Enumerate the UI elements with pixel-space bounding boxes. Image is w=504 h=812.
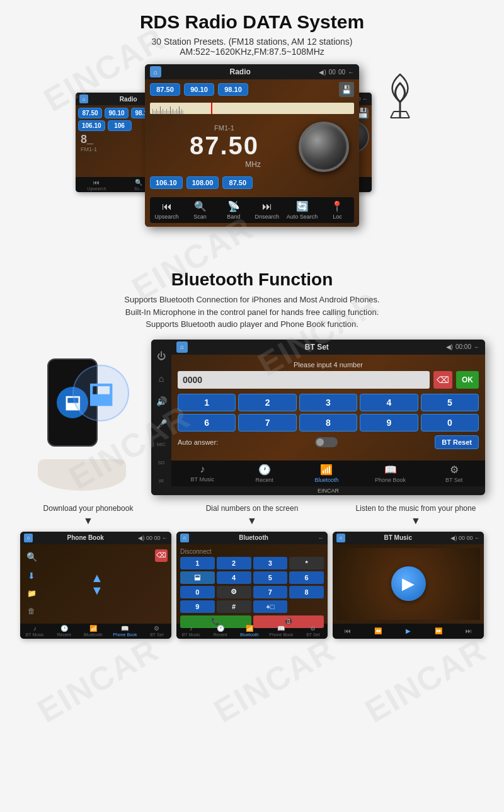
ctrl-dnsearch[interactable]: ⏭ Dnsearch [253,201,281,220]
bt-nav-music[interactable]: ♪ BT Music [188,464,216,483]
dial-1[interactable]: 1 [180,557,215,569]
bt-delete-btn[interactable]: ⌫ [433,371,452,389]
bt-ok-btn[interactable]: OK [456,371,479,389]
num-0[interactable]: 0 [421,414,479,432]
dial-numpad: 1 2 3 * ⬓ 4 5 6 0 ⚙ 7 8 9 # +□ [180,557,324,613]
num-8[interactable]: 8 [299,414,357,432]
dial-nav-set[interactable]: ⚙ BT Set [304,625,323,637]
dial-6[interactable]: 6 [289,571,324,584]
ctrl-scan[interactable]: 🔍 Scan [186,200,214,220]
pb-nav-recent[interactable]: 🕐 Recent [55,625,74,637]
play-btn[interactable]: ▶ [391,566,426,601]
auto-answer-toggle[interactable] [315,437,338,447]
mic-icon[interactable]: 🎤 [156,419,167,429]
num-4[interactable]: 4 [360,394,418,411]
num-3[interactable]: 3 [299,394,357,411]
auto-answer-label: Auto answer: [178,438,218,446]
radio-control-bar: ⏮ Upsearch 🔍 Scan 📡 Band ⏭ [150,197,354,223]
pb-screen-title: Phone Book [67,534,104,541]
dial-nav-recent[interactable]: 🕐 Recent [211,625,230,637]
numpad-row2: 6 7 8 9 0 [178,414,479,432]
num-7[interactable]: 7 [238,414,296,432]
dial-9[interactable]: 9 [180,600,215,613]
rds-subtitle: 30 Station Presets. (FM18 stations, AM 1… [19,37,485,57]
feature-screen-btmusic: ⌂ BT Music ◀) 00 00 ← ▶ ⏮ ⏪ [333,532,484,639]
pb-nav-set[interactable]: ⚙ BT Set [147,625,166,637]
tuning-knob[interactable] [299,122,349,172]
preset-top-2[interactable]: 90.10 [184,83,214,96]
music-nav-prev[interactable]: ⏮ [338,627,357,635]
bt-content-area: ⬓ ⬓ ⏻ ⌂ 🔊 🎤 MIC SD IR [19,340,485,495]
home-icon-dial: ⌂ [180,534,189,542]
dial-8[interactable]: 8 [289,586,324,598]
home-btn-bt[interactable]: ⌂ [176,341,188,353]
ctrl-autosearch[interactable]: 🔄 Auto Search [287,200,318,220]
pb-nav-music[interactable]: ♪ BT Music [25,625,44,637]
bt-sidebar: ⏻ ⌂ 🔊 🎤 MIC SD IR [151,340,171,495]
dial-nav-bt[interactable]: 📶 Bluetooth [240,625,259,637]
antenna-icon [372,64,428,123]
num-1[interactable]: 1 [178,394,236,411]
home-btn-main[interactable]: ⌂ [150,66,161,77]
home-icon-bt[interactable]: ⌂ [159,374,164,384]
dial-plus[interactable]: +□ [253,600,288,613]
num-5[interactable]: 5 [421,394,479,411]
pb-body: 🔍 ⬇ 📁 🗑 ▲ ▼ ⌫ [20,544,171,624]
dial-2[interactable]: 2 [217,557,251,569]
dial-bt-icon[interactable]: ⬓ [180,571,215,584]
pb-nav-bt[interactable]: 📶 Bluetooth [84,625,103,637]
dial-nav-music[interactable]: ♪ BT Music [181,625,200,637]
music-nav-play[interactable]: ▶ [399,627,418,635]
preset-bottom-3[interactable]: 87.50 [222,176,253,189]
preset-top-1[interactable]: 87.50 [150,83,180,96]
bt-circle-large: ⬓ [72,365,129,421]
dial-nav-pb[interactable]: 📖 Phone Book [269,625,293,637]
dial-7[interactable]: 7 [253,586,288,598]
bt-pin-field[interactable]: 0000 [178,371,430,389]
feature-screen-dial: ⌂ Bluetooth ← Disconnect 1 2 3 * ⬓ 4 5 6… [176,532,328,639]
preset-bottom-2[interactable]: 108.00 [186,176,219,189]
num-6[interactable]: 6 [178,414,236,432]
pb-left-icons: 🔍 ⬇ 📁 🗑 [24,548,39,620]
power-icon[interactable]: ⏻ [157,351,166,361]
bt-nav-bluetooth[interactable]: 📶 Bluetooth [312,464,340,483]
music-nav-prev2[interactable]: ⏪ [369,627,387,635]
dial-0b[interactable]: 0 [180,586,215,598]
preset-btn-5[interactable]: 106 [108,120,132,131]
bt-input-row: 0000 ⌫ OK [178,371,479,389]
sm-nav-upsearch[interactable]: ⏮ Upsearch [87,179,106,191]
preset-btn-4[interactable]: 106.10 [78,120,105,131]
dial-hash[interactable]: # [217,600,251,613]
save-icon-main[interactable]: 💾 [339,82,354,97]
radio-main-title: Radio [230,67,251,76]
bt-nav-phonebook[interactable]: 📖 Phone Book [375,464,406,483]
bt-nav-btset[interactable]: ⚙ BT Set [440,464,468,483]
music-nav-next2[interactable]: ⏭ [459,627,478,635]
ctrl-loc[interactable]: 📍 Loc [323,200,351,220]
music-nav-next[interactable]: ⏩ [429,627,448,635]
arrow-pb: ▼ [83,515,93,527]
mic-label: MIC [157,442,166,447]
search-icon-pb[interactable]: 🔍 [26,552,37,562]
bt-nav-recent[interactable]: 🕐 Recent [251,464,278,483]
preset-btn-1[interactable]: 87.50 [78,108,102,118]
preset-btn-2[interactable]: 90.10 [105,108,129,118]
pb-nav-pb[interactable]: 📖 Phone Book [113,625,137,637]
dial-settings[interactable]: ⚙ [217,586,251,598]
dial-5[interactable]: 5 [253,571,288,584]
bt-reset-btn[interactable]: BT Reset [435,435,479,449]
volume-icon[interactable]: 🔊 [156,396,167,406]
dial-nav: ♪ BT Music 🕐 Recent 📶 Bluetooth 📖 Phone … [176,624,328,639]
preset-top-3[interactable]: 98.10 [218,83,248,96]
num-9[interactable]: 9 [360,414,418,432]
ctrl-upsearch[interactable]: ⏮ Upsearch [153,201,181,220]
svg-line-2 [391,112,394,118]
preset-bottom-1[interactable]: 106.10 [150,176,183,189]
dial-4[interactable]: 4 [217,571,251,584]
ctrl-band[interactable]: 📡 Band [220,200,248,220]
num-2[interactable]: 2 [238,394,296,411]
dial-star[interactable]: * [289,557,324,569]
download-icon[interactable]: ⬇ [28,571,35,581]
dial-3[interactable]: 3 [253,557,288,569]
music-play-area: ▶ [336,548,480,620]
